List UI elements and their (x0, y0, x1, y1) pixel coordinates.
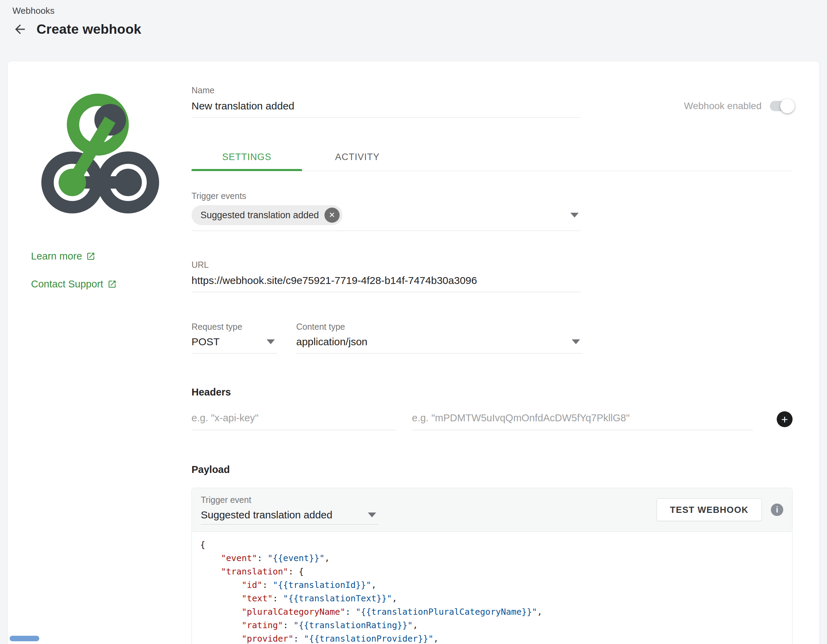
trigger-events-label: Trigger events (192, 191, 581, 201)
payload-trigger-value: Suggested translation added (201, 509, 332, 521)
back-button[interactable] (12, 22, 28, 37)
request-type-label: Request type (192, 322, 277, 332)
request-type-select[interactable]: POST (192, 335, 277, 353)
close-icon: ✕ (329, 211, 335, 219)
trigger-events-select[interactable]: Suggested translation added ✕ (192, 204, 581, 231)
toggle-knob (780, 99, 794, 113)
payload-header: Trigger event Suggested translation adde… (192, 488, 792, 532)
webhook-enabled-toggle[interactable] (770, 101, 793, 111)
chevron-down-icon (368, 513, 376, 517)
learn-more-link[interactable]: Learn more (31, 250, 192, 262)
webhook-enabled-group: Webhook enabled (684, 101, 793, 112)
headers-title: Headers (192, 387, 793, 398)
payload-trigger-field: Trigger event Suggested translation adde… (201, 495, 378, 524)
content-type-select[interactable]: application/json (296, 335, 582, 353)
request-type-value: POST (192, 336, 220, 348)
contact-support-label: Contact Support (31, 278, 103, 290)
webhook-form: Name Webhook enabled SETTINGS ACTIVITY T… (192, 86, 793, 644)
webhook-enabled-label: Webhook enabled (684, 101, 761, 112)
payload-code[interactable]: { "event": "{{event}}", "translation": {… (192, 532, 792, 644)
info-icon[interactable]: i (771, 504, 783, 516)
headers-row: + (192, 408, 793, 430)
tab-activity[interactable]: ACTIVITY (302, 143, 413, 171)
type-row: Request type POST Content type applicati… (192, 322, 793, 353)
content-type-field: Content type application/json (296, 322, 582, 353)
header-key-input[interactable] (192, 408, 396, 430)
url-label: URL (192, 260, 581, 270)
payload-actions: TEST WEBHOOK i (657, 498, 783, 521)
create-webhook-card: Learn more Contact Support Name Webhook … (8, 61, 819, 644)
back-arrow-icon (13, 22, 27, 36)
chevron-down-icon (572, 339, 580, 344)
content-type-label: Content type (296, 322, 582, 332)
chip-label: Suggested translation added (200, 210, 319, 221)
page-title: Create webhook (36, 22, 141, 37)
breadcrumb[interactable]: Webhooks (0, 0, 827, 16)
info-glyph: i (776, 505, 779, 515)
page-header: Create webhook (12, 22, 827, 37)
payload-trigger-label: Trigger event (201, 495, 378, 505)
tab-settings[interactable]: SETTINGS (192, 143, 302, 171)
chevron-down-icon (570, 213, 579, 218)
chevron-down-icon (267, 339, 275, 344)
learn-more-label: Learn more (31, 250, 82, 262)
payload-trigger-select[interactable]: Suggested translation added (201, 509, 378, 524)
test-webhook-button[interactable]: TEST WEBHOOK (657, 498, 762, 521)
request-type-field: Request type POST (192, 322, 277, 353)
url-field: URL (192, 260, 581, 292)
header-value-input[interactable] (412, 408, 753, 430)
external-link-icon (86, 252, 95, 261)
external-link-icon (108, 280, 117, 289)
tabs: SETTINGS ACTIVITY (192, 143, 793, 171)
contact-support-link[interactable]: Contact Support (31, 278, 192, 290)
trigger-events-field: Trigger events Suggested translation add… (192, 191, 581, 231)
add-header-button[interactable]: + (777, 411, 793, 427)
name-input[interactable] (192, 99, 581, 118)
plus-icon: + (781, 414, 788, 425)
name-field: Name (192, 86, 581, 118)
scrollbar-thumb[interactable] (9, 636, 39, 641)
payload-panel: Trigger event Suggested translation adde… (192, 488, 793, 644)
trigger-event-chip: Suggested translation added ✕ (192, 205, 342, 225)
url-input[interactable] (192, 273, 581, 292)
content-type-value: application/json (296, 336, 368, 348)
name-label: Name (192, 86, 581, 95)
left-column: Learn more Contact Support (31, 86, 192, 644)
chip-remove-button[interactable]: ✕ (325, 208, 340, 223)
payload-title: Payload (192, 464, 793, 475)
webhook-logo (31, 86, 169, 223)
